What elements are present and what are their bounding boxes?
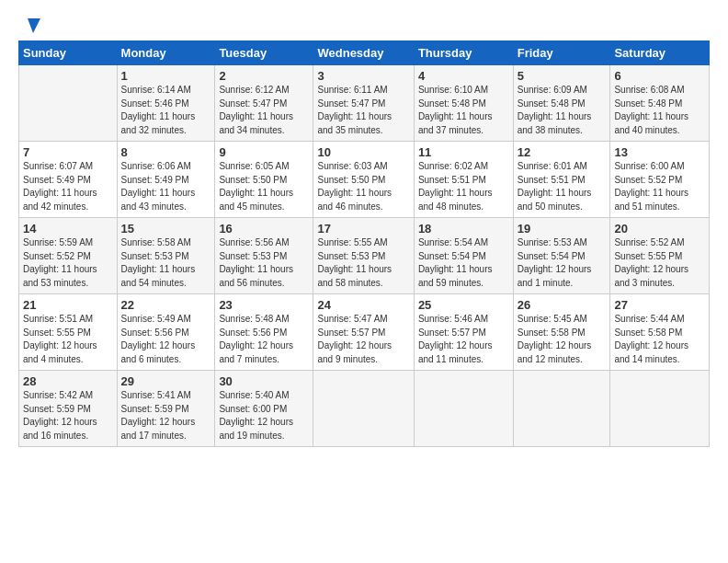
calendar-cell	[19, 65, 118, 142]
calendar-cell: 22Sunrise: 5:49 AM Sunset: 5:56 PM Dayli…	[117, 294, 215, 371]
day-number: 19	[518, 222, 607, 236]
calendar-cell: 14Sunrise: 5:59 AM Sunset: 5:52 PM Dayli…	[19, 218, 118, 294]
day-number: 4	[418, 69, 509, 83]
calendar-cell: 20Sunrise: 5:52 AM Sunset: 5:55 PM Dayli…	[610, 218, 710, 294]
calendar-cell: 13Sunrise: 6:00 AM Sunset: 5:52 PM Dayli…	[610, 142, 710, 218]
day-number: 7	[23, 145, 113, 159]
day-number: 3	[317, 69, 409, 83]
day-info: Sunrise: 5:59 AM Sunset: 5:52 PM Dayligh…	[23, 236, 113, 290]
day-number: 12	[518, 145, 607, 159]
day-number: 25	[418, 298, 509, 312]
day-number: 6	[614, 69, 705, 83]
calendar-cell: 6Sunrise: 6:08 AM Sunset: 5:48 PM Daylig…	[610, 65, 710, 142]
calendar-cell: 19Sunrise: 5:53 AM Sunset: 5:54 PM Dayli…	[513, 218, 610, 294]
day-number: 18	[418, 222, 509, 236]
day-number: 9	[219, 145, 309, 159]
day-number: 28	[23, 374, 113, 388]
day-info: Sunrise: 6:11 AM Sunset: 5:47 PM Dayligh…	[317, 84, 409, 137]
day-number: 30	[219, 374, 309, 388]
day-info: Sunrise: 6:00 AM Sunset: 5:52 PM Dayligh…	[614, 160, 705, 213]
day-info: Sunrise: 6:09 AM Sunset: 5:48 PM Dayligh…	[518, 84, 607, 137]
day-info: Sunrise: 5:46 AM Sunset: 5:57 PM Dayligh…	[418, 313, 509, 366]
calendar-cell: 29Sunrise: 5:41 AM Sunset: 5:59 PM Dayli…	[117, 371, 215, 447]
day-info: Sunrise: 5:58 AM Sunset: 5:53 PM Dayligh…	[121, 236, 211, 290]
week-row-4: 28Sunrise: 5:42 AM Sunset: 5:59 PM Dayli…	[19, 371, 710, 447]
day-info: Sunrise: 6:05 AM Sunset: 5:50 PM Dayligh…	[219, 160, 309, 213]
day-info: Sunrise: 5:42 AM Sunset: 5:59 PM Dayligh…	[23, 389, 113, 442]
calendar-cell: 2Sunrise: 6:12 AM Sunset: 5:47 PM Daylig…	[215, 65, 313, 142]
col-header-tuesday: Tuesday	[215, 41, 313, 65]
calendar-cell: 21Sunrise: 5:51 AM Sunset: 5:55 PM Dayli…	[19, 294, 118, 371]
week-row-0: 1Sunrise: 6:14 AM Sunset: 5:46 PM Daylig…	[19, 65, 710, 142]
day-info: Sunrise: 6:08 AM Sunset: 5:48 PM Dayligh…	[614, 84, 705, 137]
day-info: Sunrise: 5:44 AM Sunset: 5:58 PM Dayligh…	[614, 313, 705, 366]
day-info: Sunrise: 5:48 AM Sunset: 5:56 PM Dayligh…	[219, 313, 309, 366]
col-header-wednesday: Wednesday	[313, 41, 414, 65]
day-info: Sunrise: 5:56 AM Sunset: 5:53 PM Dayligh…	[219, 236, 309, 290]
day-info: Sunrise: 5:41 AM Sunset: 5:59 PM Dayligh…	[121, 389, 211, 442]
calendar-cell: 15Sunrise: 5:58 AM Sunset: 5:53 PM Dayli…	[117, 218, 215, 294]
calendar-cell: 3Sunrise: 6:11 AM Sunset: 5:47 PM Daylig…	[313, 65, 414, 142]
calendar-cell: 17Sunrise: 5:55 AM Sunset: 5:53 PM Dayli…	[313, 218, 414, 294]
week-row-3: 21Sunrise: 5:51 AM Sunset: 5:55 PM Dayli…	[19, 294, 710, 371]
calendar-cell: 25Sunrise: 5:46 AM Sunset: 5:57 PM Dayli…	[414, 294, 513, 371]
calendar-cell: 16Sunrise: 5:56 AM Sunset: 5:53 PM Dayli…	[215, 218, 313, 294]
day-number: 23	[219, 298, 309, 312]
day-info: Sunrise: 6:03 AM Sunset: 5:50 PM Dayligh…	[317, 160, 409, 213]
logo-icon	[20, 17, 40, 33]
calendar-cell: 5Sunrise: 6:09 AM Sunset: 5:48 PM Daylig…	[513, 65, 610, 142]
day-info: Sunrise: 5:40 AM Sunset: 6:00 PM Dayligh…	[219, 389, 309, 442]
header	[18, 17, 710, 31]
calendar-cell: 26Sunrise: 5:45 AM Sunset: 5:58 PM Dayli…	[513, 294, 610, 371]
day-number: 2	[219, 69, 309, 83]
day-number: 26	[518, 298, 607, 312]
day-number: 14	[23, 222, 113, 236]
calendar-cell: 4Sunrise: 6:10 AM Sunset: 5:48 PM Daylig…	[414, 65, 513, 142]
calendar-cell: 7Sunrise: 6:07 AM Sunset: 5:49 PM Daylig…	[19, 142, 118, 218]
calendar-cell: 11Sunrise: 6:02 AM Sunset: 5:51 PM Dayli…	[414, 142, 513, 218]
day-number: 20	[614, 222, 705, 236]
day-info: Sunrise: 6:06 AM Sunset: 5:49 PM Dayligh…	[121, 160, 211, 213]
calendar-cell: 27Sunrise: 5:44 AM Sunset: 5:58 PM Dayli…	[610, 294, 710, 371]
day-number: 1	[121, 69, 211, 83]
calendar-cell	[414, 371, 513, 447]
day-number: 5	[518, 69, 607, 83]
calendar-cell: 30Sunrise: 5:40 AM Sunset: 6:00 PM Dayli…	[215, 371, 313, 447]
calendar-table: SundayMondayTuesdayWednesdayThursdayFrid…	[18, 40, 710, 447]
calendar-cell: 18Sunrise: 5:54 AM Sunset: 5:54 PM Dayli…	[414, 218, 513, 294]
day-info: Sunrise: 6:10 AM Sunset: 5:48 PM Dayligh…	[418, 84, 509, 137]
week-row-2: 14Sunrise: 5:59 AM Sunset: 5:52 PM Dayli…	[19, 218, 710, 294]
calendar-cell: 10Sunrise: 6:03 AM Sunset: 5:50 PM Dayli…	[313, 142, 414, 218]
calendar-cell: 28Sunrise: 5:42 AM Sunset: 5:59 PM Dayli…	[19, 371, 118, 447]
col-header-saturday: Saturday	[610, 41, 710, 65]
day-number: 16	[219, 222, 309, 236]
day-info: Sunrise: 5:53 AM Sunset: 5:54 PM Dayligh…	[518, 236, 607, 290]
day-number: 10	[317, 145, 409, 159]
day-number: 24	[317, 298, 409, 312]
day-info: Sunrise: 5:52 AM Sunset: 5:55 PM Dayligh…	[614, 236, 705, 290]
col-header-sunday: Sunday	[19, 41, 118, 65]
calendar-cell: 8Sunrise: 6:06 AM Sunset: 5:49 PM Daylig…	[117, 142, 215, 218]
day-info: Sunrise: 6:02 AM Sunset: 5:51 PM Dayligh…	[418, 160, 509, 213]
day-info: Sunrise: 5:54 AM Sunset: 5:54 PM Dayligh…	[418, 236, 509, 290]
day-info: Sunrise: 6:12 AM Sunset: 5:47 PM Dayligh…	[219, 84, 309, 137]
col-header-monday: Monday	[117, 41, 215, 65]
calendar-cell: 1Sunrise: 6:14 AM Sunset: 5:46 PM Daylig…	[117, 65, 215, 142]
day-number: 17	[317, 222, 409, 236]
day-info: Sunrise: 6:14 AM Sunset: 5:46 PM Dayligh…	[121, 84, 211, 137]
col-header-friday: Friday	[513, 41, 610, 65]
svg-marker-0	[28, 18, 40, 33]
calendar-body: 1Sunrise: 6:14 AM Sunset: 5:46 PM Daylig…	[19, 65, 710, 447]
day-info: Sunrise: 5:45 AM Sunset: 5:58 PM Dayligh…	[518, 313, 607, 366]
week-row-1: 7Sunrise: 6:07 AM Sunset: 5:49 PM Daylig…	[19, 142, 710, 218]
day-info: Sunrise: 6:07 AM Sunset: 5:49 PM Dayligh…	[23, 160, 113, 213]
calendar-cell: 9Sunrise: 6:05 AM Sunset: 5:50 PM Daylig…	[215, 142, 313, 218]
calendar-cell: 23Sunrise: 5:48 AM Sunset: 5:56 PM Dayli…	[215, 294, 313, 371]
day-info: Sunrise: 5:49 AM Sunset: 5:56 PM Dayligh…	[121, 313, 211, 366]
day-number: 27	[614, 298, 705, 312]
calendar-header-row: SundayMondayTuesdayWednesdayThursdayFrid…	[19, 41, 710, 65]
day-info: Sunrise: 6:01 AM Sunset: 5:51 PM Dayligh…	[518, 160, 607, 213]
day-number: 13	[614, 145, 705, 159]
logo	[18, 17, 40, 31]
day-number: 15	[121, 222, 211, 236]
